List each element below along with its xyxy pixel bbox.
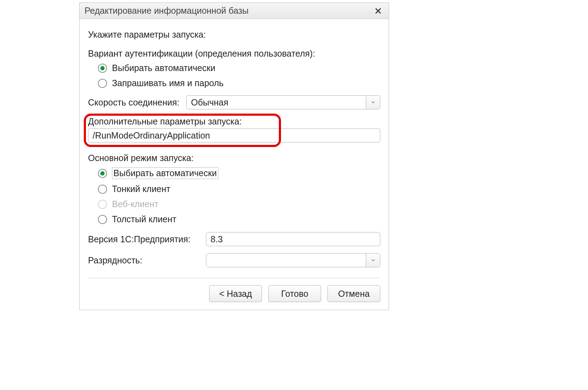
version-input[interactable]	[206, 232, 380, 246]
radio-launch-web: Веб-клиент	[98, 199, 380, 209]
radio-icon	[98, 200, 107, 209]
close-icon	[375, 7, 382, 14]
row-architecture: Разрядность:	[88, 253, 380, 267]
radio-label: Выбирать автоматически	[112, 63, 215, 73]
radio-icon	[98, 169, 107, 178]
dialog-body: Укажите параметры запуска: Вариант аутен…	[80, 19, 389, 310]
arch-dropdown[interactable]	[206, 253, 380, 267]
radio-launch-auto[interactable]: Выбирать автоматически	[98, 167, 380, 179]
row-version: Версия 1С:Предприятия:	[88, 232, 380, 246]
titlebar: Редактирование информационной базы	[80, 3, 389, 19]
close-button[interactable]	[373, 5, 384, 17]
radio-launch-thin[interactable]: Тонкий клиент	[98, 184, 380, 194]
ready-button[interactable]: Готово	[268, 285, 321, 302]
speed-dropdown[interactable]: Обычная	[186, 95, 380, 109]
row-connection-speed: Скорость соединения: Обычная	[88, 95, 380, 109]
back-button[interactable]: < Назад	[209, 285, 262, 302]
radio-icon	[98, 185, 107, 194]
version-label: Версия 1С:Предприятия:	[88, 234, 206, 244]
button-row: < Назад Готово Отмена	[88, 285, 380, 302]
additional-params-label: Дополнительные параметры запуска:	[88, 116, 380, 127]
radio-icon	[98, 215, 107, 224]
radio-icon	[98, 79, 107, 88]
dialog-edit-infobase: Редактирование информационной базы Укажи…	[79, 2, 389, 310]
radio-label: Выбирать автоматически	[112, 167, 218, 179]
heading-startup-params: Укажите параметры запуска:	[88, 30, 380, 40]
launch-mode-label: Основной режим запуска:	[88, 153, 380, 163]
speed-label: Скорость соединения:	[88, 97, 179, 108]
speed-dropdown-value: Обычная	[187, 96, 366, 109]
auth-label: Вариант аутентификации (определения поль…	[88, 49, 380, 59]
radio-launch-thick[interactable]: Толстый клиент	[98, 214, 380, 224]
radio-icon	[98, 64, 107, 73]
chevron-down-icon[interactable]	[366, 254, 380, 267]
auth-radio-group: Выбирать автоматически Запрашивать имя и…	[98, 63, 380, 88]
arch-label: Разрядность:	[88, 255, 206, 266]
radio-auth-auto[interactable]: Выбирать автоматически	[98, 63, 380, 73]
radio-label: Запрашивать имя и пароль	[112, 78, 224, 88]
titlebar-title: Редактирование информационной базы	[85, 6, 249, 16]
radio-auth-prompt[interactable]: Запрашивать имя и пароль	[98, 78, 380, 88]
launch-mode-radio-group: Выбирать автоматически Тонкий клиент Веб…	[98, 167, 380, 224]
additional-params-input[interactable]	[88, 128, 380, 142]
radio-label: Толстый клиент	[112, 214, 176, 224]
cancel-button[interactable]: Отмена	[327, 285, 380, 302]
radio-label: Тонкий клиент	[112, 184, 170, 194]
chevron-down-icon[interactable]	[366, 96, 380, 109]
additional-params-section: Дополнительные параметры запуска:	[88, 116, 380, 142]
arch-dropdown-value	[206, 254, 366, 267]
radio-label: Веб-клиент	[112, 199, 158, 209]
divider	[88, 278, 380, 278]
